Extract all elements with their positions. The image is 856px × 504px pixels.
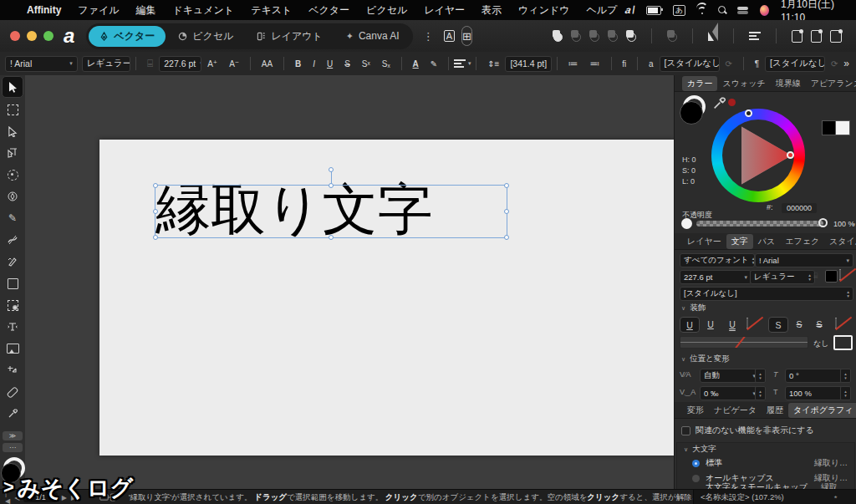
font-family-select[interactable]: ! Arial▾ bbox=[5, 56, 78, 72]
pen-tool[interactable] bbox=[3, 186, 23, 206]
paragraph-align-icon[interactable] bbox=[454, 59, 466, 68]
tools-more-button[interactable]: ⋯ bbox=[3, 443, 23, 452]
tab-history[interactable]: 履歴 bbox=[762, 403, 788, 418]
font-style-select[interactable]: レギュラー▴▾ bbox=[82, 56, 130, 72]
tab-navigator[interactable]: ナビゲータ bbox=[709, 403, 762, 418]
persona-vector[interactable]: ベクター bbox=[89, 26, 166, 47]
highlight-button[interactable]: ✎ bbox=[431, 59, 437, 69]
rectangle-tool[interactable] bbox=[3, 273, 23, 293]
underline-single-button[interactable]: U bbox=[701, 317, 720, 331]
text-style-select[interactable]: [スタイルなし]▴▾ bbox=[680, 287, 853, 301]
handle-top-right[interactable] bbox=[504, 183, 509, 188]
underline-color-swatch[interactable] bbox=[746, 318, 748, 328]
user-avatar-icon[interactable] bbox=[760, 5, 769, 16]
superscript-button[interactable]: Sˣ bbox=[362, 59, 370, 69]
menu-layer[interactable]: レイヤー bbox=[415, 3, 473, 18]
caps-option-style[interactable]: 縁取り… bbox=[814, 457, 848, 469]
subscript-button[interactable]: Sₓ bbox=[382, 59, 390, 69]
tab-appearance[interactable]: アピアランス bbox=[806, 76, 856, 91]
shear-field[interactable]: 0 ° bbox=[785, 369, 845, 383]
handle-top-center[interactable] bbox=[329, 183, 334, 188]
artboard[interactable]: 縁取り文字 bbox=[99, 140, 674, 456]
menu-help[interactable]: ヘルプ bbox=[578, 3, 625, 18]
radio-selected-icon[interactable] bbox=[692, 460, 700, 467]
strike-color-swatch[interactable] bbox=[835, 318, 837, 328]
move-tool[interactable] bbox=[2, 76, 23, 98]
italic-button[interactable]: I bbox=[313, 59, 315, 69]
picked-color-dot[interactable] bbox=[728, 99, 736, 106]
boolean-divide-icon[interactable] bbox=[608, 30, 618, 42]
handle-bottom-center[interactable] bbox=[329, 235, 334, 240]
menu-text[interactable]: テキスト bbox=[242, 3, 300, 18]
tab-stroke[interactable]: 境界線 bbox=[771, 76, 806, 91]
caps-header[interactable]: ∨大文字 bbox=[677, 443, 854, 456]
minimize-window-button[interactable] bbox=[27, 31, 37, 41]
strike-double-button[interactable]: S bbox=[810, 317, 828, 331]
bullet-list-icon[interactable]: ≔ bbox=[568, 58, 578, 69]
tab-layers[interactable]: レイヤー bbox=[682, 234, 726, 249]
hscale-stepper[interactable]: ▴▾ bbox=[840, 386, 851, 400]
leading-select[interactable]: [341.4 pt]▾ bbox=[505, 56, 551, 72]
line-style-preview[interactable] bbox=[680, 336, 808, 349]
menu-vector[interactable]: ベクター bbox=[300, 3, 358, 18]
close-window-button[interactable] bbox=[10, 31, 20, 41]
underline-on-button[interactable]: U bbox=[680, 317, 700, 333]
char-style-refresh-icon[interactable]: ⟳ bbox=[726, 59, 732, 69]
text-stroke-swatch[interactable] bbox=[839, 269, 841, 280]
fill-tool[interactable] bbox=[3, 295, 23, 315]
character-map-button[interactable]: A bbox=[444, 28, 455, 44]
handle-top-left[interactable] bbox=[153, 183, 158, 188]
boolean-combine-icon[interactable] bbox=[626, 30, 636, 42]
line-box-swatch[interactable] bbox=[833, 335, 853, 350]
persona-layout[interactable]: レイアウト bbox=[246, 26, 333, 47]
strike-single-button[interactable]: S bbox=[790, 317, 808, 331]
menu-file[interactable]: ファイル bbox=[69, 3, 127, 18]
tools-expand-button[interactable]: ≫ bbox=[3, 431, 23, 440]
tab-transform[interactable]: 変形 bbox=[682, 403, 709, 418]
bold-button[interactable]: B bbox=[295, 59, 301, 69]
tab-typography[interactable]: タイポグラフィ bbox=[788, 403, 856, 418]
link-style-icon[interactable] bbox=[667, 30, 677, 42]
image-place-tool[interactable] bbox=[3, 339, 23, 359]
strikethrough-button[interactable]: S bbox=[344, 59, 350, 69]
hex-value[interactable]: 000000 bbox=[782, 203, 817, 213]
insert-on-top-icon[interactable] bbox=[830, 30, 841, 43]
tracking-stepper[interactable]: ▴▾ bbox=[755, 386, 766, 400]
increase-size-button[interactable]: A⁺ bbox=[207, 59, 217, 69]
radio-icon[interactable] bbox=[692, 475, 700, 482]
pencil-tool[interactable]: ✎ bbox=[3, 208, 23, 228]
boolean-add-icon[interactable] bbox=[553, 30, 563, 42]
vector-brush-tool[interactable] bbox=[3, 230, 23, 250]
persona-pixel[interactable]: ピクセル bbox=[167, 26, 244, 47]
panel-font-family-select[interactable]: ! Arial▾ bbox=[755, 253, 853, 267]
zoom-window-button[interactable] bbox=[43, 31, 54, 41]
app-status-icon[interactable]: a∖ bbox=[624, 4, 636, 16]
align-caret-icon[interactable]: ▾ bbox=[468, 60, 471, 67]
artboard-tool[interactable] bbox=[3, 99, 23, 120]
shear-stepper[interactable]: ▴▾ bbox=[840, 369, 851, 383]
canvas-viewport[interactable]: 縁取り文字 bbox=[25, 75, 674, 489]
eraser-tool[interactable] bbox=[3, 382, 23, 402]
point-transform-tool[interactable] bbox=[3, 360, 23, 380]
kerning-select[interactable]: 自動▾ bbox=[700, 369, 760, 383]
node-tool[interactable] bbox=[3, 121, 23, 141]
case-button[interactable]: AA bbox=[262, 59, 273, 69]
opacity-handle[interactable] bbox=[818, 218, 828, 227]
handle-mid-right[interactable] bbox=[504, 209, 509, 214]
char-style-select[interactable]: [スタイルなし]▾ bbox=[660, 56, 720, 72]
opacity-slider[interactable] bbox=[696, 221, 823, 227]
alignment-icon[interactable] bbox=[749, 32, 761, 40]
font-scope-select[interactable]: すべてのフォント▴▾ bbox=[680, 253, 755, 267]
battery-icon[interactable] bbox=[646, 6, 661, 15]
sl-marker[interactable] bbox=[787, 151, 794, 159]
position-header[interactable]: ∨位置と変形 bbox=[675, 353, 856, 365]
kerning-stepper[interactable]: ▴▾ bbox=[755, 369, 766, 383]
hscale-field[interactable]: 100 % bbox=[785, 386, 845, 400]
decoration-header[interactable]: ∨装飾 bbox=[675, 302, 856, 314]
handle-bottom-left[interactable] bbox=[153, 235, 158, 240]
menu-pixel[interactable]: ピクセル bbox=[358, 3, 415, 18]
persona-canva-ai[interactable]: ✦ Canva AI bbox=[335, 27, 410, 45]
opacity-caret-icon[interactable]: ▾ bbox=[852, 221, 855, 228]
tab-color[interactable]: カラー bbox=[682, 76, 717, 91]
strike-on-button[interactable]: S bbox=[768, 317, 788, 333]
